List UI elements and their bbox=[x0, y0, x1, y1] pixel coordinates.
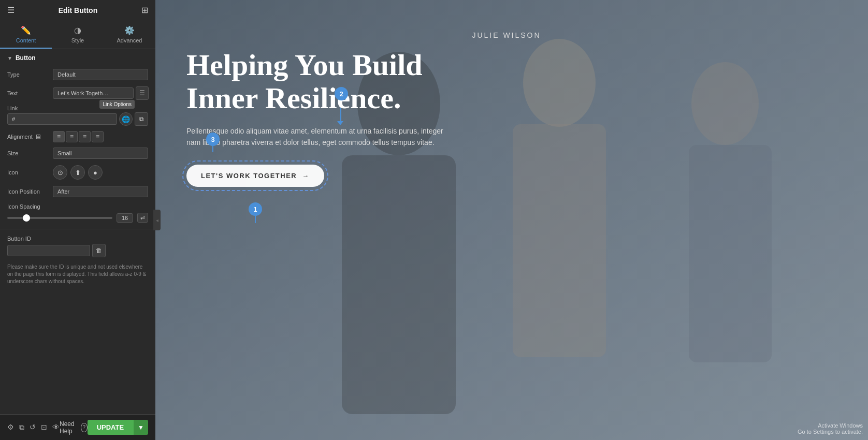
advanced-tab-icon: ⚙️ bbox=[124, 25, 135, 35]
slider-options-btn[interactable]: ⇌ bbox=[137, 213, 148, 223]
preview-button-wrapper: LET'S WORK TOGETHER → 1 bbox=[186, 165, 324, 187]
annotation-3: 3 bbox=[206, 133, 220, 146]
button-id-clear-btn[interactable]: 🗑 bbox=[92, 244, 106, 257]
tab-content-label: Content bbox=[16, 37, 36, 43]
type-select[interactable]: Default Info Success Warning Danger bbox=[53, 69, 148, 80]
settings-footer-icon[interactable]: ⚙ bbox=[7, 423, 14, 432]
monitor-icon: 🖥 bbox=[35, 133, 41, 141]
alignment-label: Alignment 🖥 bbox=[7, 133, 49, 141]
text-options-btn[interactable]: ☰ bbox=[136, 86, 149, 100]
link-input-row: 🌐 ⧉ bbox=[7, 112, 148, 126]
button-id-input[interactable] bbox=[7, 245, 90, 256]
section-arrow-icon: ▼ bbox=[7, 55, 12, 61]
icon-controls: ⊙ ⬆ ● bbox=[53, 165, 103, 180]
style-tab-icon: ◑ bbox=[74, 25, 81, 35]
history-footer-icon[interactable]: ↺ bbox=[30, 423, 36, 432]
icon-spacing-label: Icon Spacing bbox=[7, 203, 148, 210]
text-control: ☰ bbox=[53, 86, 149, 100]
align-center-btn[interactable]: ≡ bbox=[66, 131, 78, 142]
button-id-label: Button ID bbox=[7, 236, 49, 242]
update-arrow-button[interactable]: ▼ bbox=[133, 420, 148, 435]
alignment-text: Alignment bbox=[7, 134, 33, 140]
update-button[interactable]: UPDATE bbox=[88, 420, 133, 435]
icon-position-select[interactable]: Before After bbox=[53, 186, 148, 197]
hamburger-icon[interactable]: ☰ bbox=[7, 5, 15, 15]
panel-footer: ⚙ ⧉ ↺ ⊡ 👁 Need Help ? UPDATE ▼ bbox=[0, 414, 155, 440]
update-btn-group: UPDATE ▼ bbox=[88, 420, 148, 435]
alignment-field-row: Alignment 🖥 ≡ ≡ ≡ ≡ bbox=[0, 129, 155, 144]
annotation-1-group: 1 bbox=[255, 202, 256, 223]
tab-advanced[interactable]: ⚙️ Advanced bbox=[104, 20, 155, 49]
ann2-arrowhead bbox=[337, 121, 343, 125]
crop-footer-icon[interactable]: ⊡ bbox=[41, 423, 47, 432]
tab-advanced-label: Advanced bbox=[117, 37, 142, 43]
text-label: Text bbox=[7, 90, 49, 96]
icon-spacing-value: 16 bbox=[117, 213, 133, 223]
link-copy-btn[interactable]: ⧉ bbox=[135, 112, 148, 126]
slider-control: 16 ⇌ bbox=[7, 213, 148, 223]
align-left-btn[interactable]: ≡ bbox=[53, 131, 65, 142]
preview-subtext: Pellentesque odio aliquam vitae amet, el… bbox=[186, 125, 445, 149]
icon-position-field-row: Icon Position Before After bbox=[0, 183, 155, 200]
preview-brand: JULIE WILSON bbox=[186, 31, 827, 39]
divider bbox=[0, 229, 155, 229]
preview-cta-button[interactable]: LET'S WORK TOGETHER → bbox=[186, 165, 324, 187]
resize-handle[interactable]: ◂ bbox=[153, 210, 161, 230]
eye-footer-icon[interactable]: 👁 bbox=[52, 423, 60, 432]
left-panel: ☰ Edit Button ⊞ ✏️ Content ◑ Style ⚙️ Ad… bbox=[0, 0, 155, 440]
tab-content[interactable]: ✏️ Content bbox=[0, 20, 52, 49]
icon-position-label: Icon Position bbox=[7, 188, 49, 195]
button-id-help-text: Please make sure the ID is unique and no… bbox=[0, 260, 155, 288]
annotation-1: 1 bbox=[249, 202, 262, 216]
preview-headline: Helping You Build Inner Resilience. bbox=[186, 49, 497, 115]
need-help: Need Help ? bbox=[60, 420, 88, 435]
preview-button-text: LET'S WORK TOGETHER bbox=[201, 172, 297, 180]
svg-rect-3 bbox=[342, 155, 456, 414]
size-label: Size bbox=[7, 150, 49, 156]
text-input[interactable] bbox=[53, 87, 134, 99]
link-field-row: Link Link Options 🌐 ⧉ bbox=[0, 103, 155, 129]
panel-content: ▼ Button Type Default Info Success Warni… bbox=[0, 49, 155, 414]
activate-windows-text: Activate Windows Go to Settings to activ… bbox=[798, 422, 863, 435]
panel-title: Edit Button bbox=[59, 6, 97, 14]
button-id-row: Button ID 🗑 bbox=[0, 232, 155, 260]
section-title: Button bbox=[16, 54, 36, 62]
need-help-text: Need Help bbox=[60, 420, 79, 435]
alignment-buttons: ≡ ≡ ≡ ≡ bbox=[53, 131, 104, 142]
size-select[interactable]: Default Small Medium Large XL bbox=[53, 148, 148, 159]
type-field-row: Type Default Info Success Warning Danger bbox=[0, 66, 155, 83]
icon-field-row: Icon ⊙ ⬆ ● bbox=[0, 162, 155, 183]
icon-search-btn[interactable]: ⊙ bbox=[53, 165, 67, 180]
size-control: Default Small Medium Large XL bbox=[53, 148, 148, 159]
content-tab-icon: ✏️ bbox=[21, 25, 31, 35]
type-label: Type bbox=[7, 71, 49, 78]
link-input[interactable] bbox=[7, 113, 117, 125]
layers-footer-icon[interactable]: ⧉ bbox=[19, 423, 24, 432]
icon-upload-btn[interactable]: ⬆ bbox=[70, 165, 85, 180]
button-id-controls: 🗑 bbox=[7, 244, 148, 257]
align-right-btn[interactable]: ≡ bbox=[79, 131, 91, 142]
panel-tabs: ✏️ Content ◑ Style ⚙️ Advanced bbox=[0, 20, 155, 49]
type-control: Default Info Success Warning Danger bbox=[53, 69, 148, 80]
size-field-row: Size Default Small Medium Large XL bbox=[0, 144, 155, 162]
grid-icon[interactable]: ⊞ bbox=[141, 5, 148, 15]
icon-spacing-row: Icon Spacing 16 ⇌ bbox=[0, 200, 155, 226]
icon-spacing-slider[interactable] bbox=[7, 217, 112, 219]
preview-button-arrow: → bbox=[302, 172, 310, 180]
annotation-2: 2 bbox=[335, 87, 348, 100]
panel-header: ☰ Edit Button ⊞ bbox=[0, 0, 155, 20]
link-options-tooltip: Link Options bbox=[99, 100, 135, 109]
button-section-header: ▼ Button bbox=[0, 49, 155, 66]
icon-circle-btn[interactable]: ● bbox=[88, 165, 103, 180]
annotation-3-group: 3 bbox=[210, 133, 216, 152]
preview-text-area: JULIE WILSON Helping You Build Inner Res… bbox=[186, 31, 827, 187]
link-globe-btn[interactable]: 🌐 bbox=[119, 112, 133, 126]
tab-style[interactable]: ◑ Style bbox=[52, 20, 104, 49]
link-label: Link bbox=[7, 105, 49, 111]
icon-position-control: Before After bbox=[53, 186, 148, 197]
align-justify-btn[interactable]: ≡ bbox=[92, 131, 104, 142]
activate-line2: Go to Settings to activate. bbox=[798, 429, 863, 435]
tab-style-label: Style bbox=[71, 37, 84, 43]
help-circle-icon[interactable]: ? bbox=[81, 423, 87, 432]
icon-label: Icon bbox=[7, 169, 49, 175]
